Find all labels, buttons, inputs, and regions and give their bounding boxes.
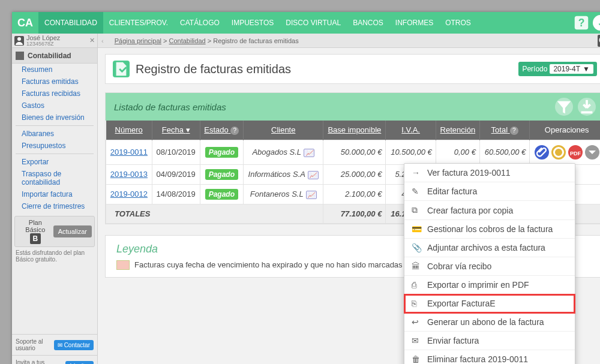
help-icon[interactable]: ? (572, 14, 590, 32)
invoice-link[interactable]: 2019-0012 (110, 189, 148, 198)
menu-item-2[interactable]: ⧉Crear factura por copia (404, 201, 575, 220)
sidebar-item-traspaso[interactable]: Traspaso de contabilidad (12, 168, 97, 188)
user-avatar[interactable]: J (593, 15, 600, 31)
chart-icon[interactable]: 📈 (306, 191, 317, 199)
filter-icon[interactable] (555, 98, 573, 116)
sidebar-item-gastos[interactable]: Gastos (12, 100, 97, 112)
mail-icon: ✉ (58, 342, 62, 348)
cell-total: 60.500,00 € (479, 140, 529, 164)
sidebar-item-exportar[interactable]: Exportar (12, 156, 97, 168)
svg-point-2 (17, 37, 21, 41)
menu-item-label: Editar factura (427, 186, 477, 196)
nav-tab-impuestos[interactable]: IMPUESTOS (226, 12, 280, 34)
menu-item-3[interactable]: 💳Gestionar los cobros de la factura (404, 220, 575, 239)
col-base[interactable]: Base imponible (323, 121, 386, 140)
content-area: Registro de facturas emitidas Período 20… (98, 48, 600, 364)
col-estado[interactable]: Estado ? (200, 121, 244, 140)
page-icon (113, 61, 130, 77)
menu-item-10[interactable]: 🗑Eliminar factura 2019-0011 (404, 350, 575, 364)
pdf-icon[interactable]: PDF (568, 145, 583, 160)
help-icon[interactable]: ? (510, 127, 518, 135)
nav-tab-disco[interactable]: DISCO VIRTUAL (280, 12, 347, 34)
nav-tab-bancos[interactable]: BANCOS (347, 12, 389, 34)
svg-point-5 (554, 148, 563, 157)
chart-icon[interactable]: 📈 (304, 149, 314, 157)
col-retencion[interactable]: Retención (436, 121, 479, 140)
plan-label: Plan (17, 219, 53, 226)
col-fecha[interactable]: Fecha ▾ (152, 121, 200, 140)
col-total[interactable]: Total ? (479, 121, 529, 140)
download-icon[interactable] (578, 98, 596, 116)
invite-button[interactable]: ⤴Invitar (65, 361, 94, 365)
menu-item-0[interactable]: →Ver factura 2019-0011 (404, 164, 575, 182)
sidebar-item-resumen[interactable]: Resumen (12, 64, 97, 76)
menu-item-6[interactable]: ⎙Exportar o imprimir en PDF (404, 276, 575, 294)
menu-item-8[interactable]: ↩Generar un abono de la factura (404, 313, 575, 332)
chart-icon[interactable]: 📈 (308, 171, 319, 179)
col-cliente[interactable]: Cliente (244, 121, 323, 140)
nav-tab-contabilidad[interactable]: CONTABILIDAD (38, 12, 103, 34)
sidebar-item-importar[interactable]: Importar factura (12, 188, 97, 200)
sidebar-item-emitidas[interactable]: Facturas emitidas (12, 76, 97, 88)
nav-tab-otros[interactable]: OTROS (439, 12, 477, 34)
nav-tab-informes[interactable]: INFORMES (389, 12, 439, 34)
sidebar-item-bienes[interactable]: Bienes de inversión (12, 112, 97, 124)
menu-icon: ⎘ (412, 299, 421, 308)
page-title: Registro de facturas emitidas (136, 62, 518, 76)
attach-icon[interactable] (535, 145, 549, 160)
menu-item-1[interactable]: ✎Editar factura (404, 182, 575, 201)
book-icon (16, 52, 24, 60)
support-label: Soporte al usuario (16, 338, 54, 351)
breadcrumb-home[interactable]: Página principal (115, 37, 161, 44)
cell-fecha: 04/09/2019 (152, 164, 200, 184)
menu-item-7[interactable]: ⎘Exportar FacturaE (404, 294, 575, 313)
cell-ret: 0,00 € (436, 140, 479, 164)
sidebar-item-recibidas[interactable]: Facturas recibidas (12, 88, 97, 100)
payment-icon[interactable] (551, 145, 566, 160)
invoice-link[interactable]: 2019-0013 (110, 170, 148, 179)
help-icon[interactable]: ? (230, 127, 239, 135)
search-icon[interactable] (598, 35, 600, 47)
more-icon[interactable] (585, 145, 599, 160)
plan-note: Estás disfrutando del plan Básico gratui… (12, 248, 97, 266)
invoice-link[interactable]: 2019-0011 (110, 148, 148, 157)
breadcrumb-bar: José López 12345678Z ✕ ‹ Página principa… (12, 34, 600, 48)
menu-item-5[interactable]: 🏛Cobrar vía recibo (404, 257, 575, 276)
sort-desc-icon: ▾ (186, 125, 190, 134)
menu-item-label: Crear factura por copia (427, 206, 513, 215)
user-chip[interactable]: José López 12345678Z ✕ (12, 34, 98, 48)
nav-tab-catalogo[interactable]: CATÁLOGO (174, 12, 226, 34)
menu-icon: 📎 (412, 243, 421, 252)
menu-icon: 💳 (412, 224, 421, 234)
menu-icon: ✉ (412, 336, 421, 345)
period-label: Período (522, 65, 547, 73)
period-selector[interactable]: Período 2019-4T▼ (518, 62, 597, 76)
menu-item-4[interactable]: 📎Adjuntar archivos a esta factura (404, 239, 575, 257)
nav-tab-clientes[interactable]: CLIENTES/PROV. (103, 12, 174, 34)
menu-item-label: Exportar FacturaE (427, 299, 496, 308)
close-icon[interactable]: ✕ (87, 37, 97, 44)
legend-swatch (116, 260, 130, 270)
svg-text:?: ? (578, 17, 585, 29)
col-operaciones: Operaciones (530, 121, 600, 140)
cell-fecha: 08/10/2019 (152, 140, 200, 164)
sidebar-item-presupuestos[interactable]: Presupuestos (12, 140, 97, 152)
user-icon (14, 36, 24, 46)
upgrade-button[interactable]: Actualizar (53, 225, 92, 237)
cell-fecha: 14/08/2019 (152, 184, 200, 204)
breadcrumb-section[interactable]: Contabilidad (169, 37, 206, 44)
totals-label: TOTALES (106, 204, 323, 223)
col-iva[interactable]: I.V.A. (386, 121, 436, 140)
sidebar-header-label: Contabilidad (28, 52, 71, 60)
menu-item-9[interactable]: ✉Enviar factura (404, 332, 575, 350)
contact-button[interactable]: ✉Contactar (54, 340, 94, 350)
cell-cliente: Abogados S.L (252, 148, 301, 157)
sidebar-item-albaranes[interactable]: Albaranes (12, 128, 97, 140)
page-header: Registro de facturas emitidas Período 20… (105, 54, 600, 84)
status-badge: Pagado (205, 189, 238, 200)
sidebar-item-cierre[interactable]: Cierre de trimestres (12, 200, 97, 212)
cell-base: 50.000,00 € (323, 140, 386, 164)
menu-icon: → (412, 168, 421, 178)
col-numero[interactable]: Número (106, 121, 152, 140)
chevron-down-icon: ▼ (583, 65, 590, 73)
